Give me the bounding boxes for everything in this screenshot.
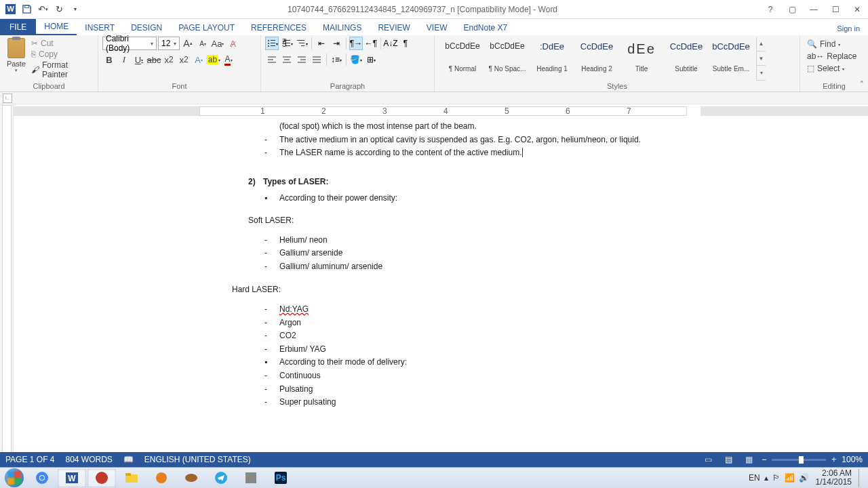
underline-button[interactable]: U▾ <box>132 53 146 66</box>
scroll-up-icon[interactable]: ▲ <box>757 37 766 52</box>
bold-button[interactable]: B <box>102 53 116 66</box>
document-scroll[interactable]: 1234567 (focal spot) which is the most i… <box>14 105 868 464</box>
styles-gallery[interactable]: bCcDdEe¶ NormalbCcDdEe¶ No Spac...:DdEeH… <box>439 37 755 81</box>
format-painter-button[interactable]: 🖌Format Painter <box>30 60 94 80</box>
font-size-select[interactable]: 12▾ <box>158 37 180 50</box>
taskbar-app-brown[interactable] <box>177 469 205 487</box>
style-item[interactable]: bCcDdEeSubtle Em... <box>709 38 753 76</box>
zoom-in-icon[interactable]: + <box>831 455 836 464</box>
paste-button[interactable]: Paste ▾ <box>4 37 28 81</box>
left-to-right-icon[interactable]: ¶→ <box>349 37 363 50</box>
style-item[interactable]: CcDdEeHeading 2 <box>574 38 619 76</box>
close-icon[interactable]: ✕ <box>849 3 865 16</box>
numbering-button[interactable]: 123▾ <box>280 37 294 50</box>
text-effects-icon[interactable]: A▾ <box>192 53 205 66</box>
taskbar-explorer[interactable] <box>117 469 146 487</box>
zoom-level[interactable]: 100% <box>842 455 863 464</box>
tray-volume-icon[interactable]: 🔊 <box>799 473 809 483</box>
increase-indent-icon[interactable]: ⇥ <box>330 37 343 50</box>
font-name-select[interactable]: Calibri (Body)▾ <box>102 37 157 50</box>
tray-flag-icon[interactable]: 🏳 <box>772 473 781 483</box>
redo-icon[interactable]: ↻ <box>52 2 66 17</box>
align-center-icon[interactable] <box>280 53 294 66</box>
web-layout-icon[interactable]: ▦ <box>741 453 756 466</box>
clear-formatting-icon[interactable]: A̷ <box>226 37 239 50</box>
help-icon[interactable]: ? <box>762 3 778 16</box>
align-right-icon[interactable] <box>295 53 309 66</box>
collapse-ribbon-icon[interactable]: ˄ <box>860 80 864 89</box>
bullets-button[interactable]: ▾ <box>265 37 279 50</box>
tab-insert[interactable]: INSERT <box>77 20 123 35</box>
align-left-icon[interactable] <box>265 53 279 66</box>
select-button[interactable]: ⬚Select ▾ <box>804 62 864 75</box>
show-desktop-button[interactable] <box>859 469 864 487</box>
superscript-button[interactable]: x2 <box>177 53 191 66</box>
subscript-button[interactable]: x2 <box>162 53 176 66</box>
tab-home[interactable]: HOME <box>36 19 77 35</box>
style-item[interactable]: :DdEeHeading 1 <box>530 38 574 76</box>
word-icon[interactable]: W <box>3 2 18 17</box>
style-item[interactable]: bCcDdEe¶ No Spac... <box>485 38 530 76</box>
tab-references[interactable]: REFERENCES <box>243 20 315 35</box>
sort-icon[interactable]: A↓Z <box>384 37 397 50</box>
document-content[interactable]: (focal spot) which is the most intense p… <box>190 117 692 409</box>
style-item[interactable]: dEeTitle <box>619 38 664 76</box>
line-spacing-icon[interactable]: ↕≡▾ <box>330 53 343 66</box>
taskbar-chrome[interactable] <box>28 469 56 487</box>
justify-icon[interactable] <box>310 53 323 66</box>
shading-icon[interactable]: 🪣▾ <box>349 53 363 66</box>
find-button[interactable]: 🔍Find ▾ <box>804 38 864 50</box>
minimize-icon[interactable]: — <box>806 3 822 16</box>
show-marks-icon[interactable]: ¶ <box>399 37 412 50</box>
styles-scroll[interactable]: ▲▼▾ <box>756 37 766 81</box>
taskbar-app-orange[interactable] <box>147 469 176 487</box>
zoom-out-icon[interactable]: − <box>762 455 766 464</box>
change-case-icon[interactable]: Aa▾ <box>211 37 224 50</box>
taskbar-app-red[interactable] <box>87 469 116 487</box>
tray-lang[interactable]: EN <box>749 473 760 483</box>
tab-review[interactable]: REVIEW <box>370 20 418 35</box>
font-color-icon[interactable]: A▾ <box>222 53 235 66</box>
grow-font-icon[interactable]: A▴ <box>181 37 195 50</box>
style-item[interactable]: bCcDdEe¶ Normal <box>440 38 485 76</box>
tab-endnote[interactable]: EndNote X7 <box>455 20 515 35</box>
save-icon[interactable] <box>19 2 34 17</box>
expand-gallery-icon[interactable]: ▾ <box>757 66 766 81</box>
cut-button[interactable]: ✂Cut <box>30 38 94 49</box>
print-layout-icon[interactable]: ▤ <box>721 453 736 466</box>
maximize-icon[interactable]: ☐ <box>827 3 844 16</box>
status-page[interactable]: PAGE 1 OF 4 <box>5 455 54 464</box>
multilevel-list-button[interactable]: ▾ <box>295 37 309 50</box>
sign-in-link[interactable]: Sign in <box>829 22 868 35</box>
tab-page-layout[interactable]: PAGE LAYOUT <box>170 20 243 35</box>
taskbar-photoshop[interactable]: Ps <box>267 469 295 487</box>
copy-button[interactable]: ⎘Copy <box>30 49 94 60</box>
tray-clock[interactable]: 2:06 AM 1/14/2015 <box>813 469 854 487</box>
decrease-indent-icon[interactable]: ⇤ <box>315 37 328 50</box>
tab-view[interactable]: VIEW <box>418 20 456 35</box>
borders-icon[interactable]: ⊞▾ <box>364 53 378 66</box>
tray-expand-icon[interactable]: ▴ <box>764 473 768 483</box>
replace-button[interactable]: ab↔Replace <box>804 50 864 62</box>
undo-icon[interactable]: ↶▾ <box>35 2 50 17</box>
zoom-slider[interactable] <box>772 459 826 461</box>
tab-mailings[interactable]: MAILINGS <box>315 20 370 35</box>
scroll-down-icon[interactable]: ▼ <box>757 52 766 66</box>
tab-file[interactable]: FILE <box>0 19 36 35</box>
style-item[interactable]: CcDdEeSubtitle <box>664 38 709 76</box>
italic-button[interactable]: I <box>117 53 131 66</box>
read-mode-icon[interactable]: ▭ <box>701 453 715 466</box>
right-to-left-icon[interactable]: ←¶ <box>364 37 378 50</box>
tab-selector[interactable]: ∟ <box>3 94 12 103</box>
strikethrough-button[interactable]: abc <box>147 53 161 66</box>
ribbon-options-icon[interactable]: ▢ <box>784 3 800 16</box>
status-words[interactable]: 804 WORDS <box>65 455 112 464</box>
taskbar-word[interactable]: W <box>58 469 86 487</box>
taskbar-app-photo[interactable] <box>237 469 265 487</box>
qat-customize-icon[interactable]: ▾ <box>68 2 83 17</box>
status-proofing-icon[interactable]: 📖 <box>123 455 134 464</box>
tray-network-icon[interactable]: 📶 <box>785 473 795 483</box>
highlight-icon[interactable]: ab▾ <box>207 53 220 66</box>
shrink-font-icon[interactable]: A▾ <box>196 37 210 50</box>
status-language[interactable]: ENGLISH (UNITED STATES) <box>144 455 251 464</box>
